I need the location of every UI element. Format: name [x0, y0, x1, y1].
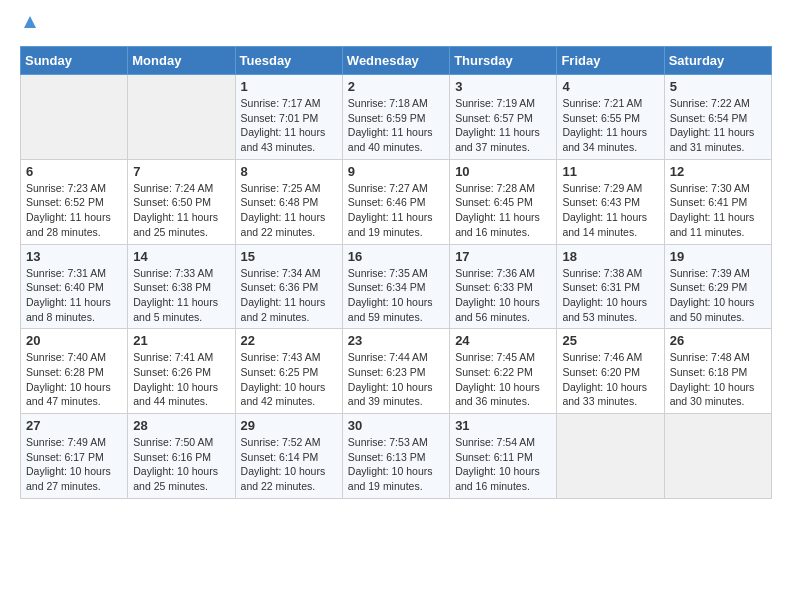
calendar-cell: 17Sunrise: 7:36 AMSunset: 6:33 PMDayligh…	[450, 244, 557, 329]
col-saturday: Saturday	[664, 47, 771, 75]
calendar-week-0: 1Sunrise: 7:17 AMSunset: 7:01 PMDaylight…	[21, 75, 772, 160]
day-number: 13	[26, 249, 122, 264]
calendar-cell: 19Sunrise: 7:39 AMSunset: 6:29 PMDayligh…	[664, 244, 771, 329]
calendar-cell: 22Sunrise: 7:43 AMSunset: 6:25 PMDayligh…	[235, 329, 342, 414]
cell-details: Sunrise: 7:34 AMSunset: 6:36 PMDaylight:…	[241, 266, 337, 325]
calendar-cell: 10Sunrise: 7:28 AMSunset: 6:45 PMDayligh…	[450, 159, 557, 244]
page: Sunday Monday Tuesday Wednesday Thursday…	[0, 0, 792, 515]
calendar-cell: 4Sunrise: 7:21 AMSunset: 6:55 PMDaylight…	[557, 75, 664, 160]
calendar-cell: 26Sunrise: 7:48 AMSunset: 6:18 PMDayligh…	[664, 329, 771, 414]
cell-details: Sunrise: 7:41 AMSunset: 6:26 PMDaylight:…	[133, 350, 229, 409]
cell-details: Sunrise: 7:48 AMSunset: 6:18 PMDaylight:…	[670, 350, 766, 409]
header	[20, 16, 772, 36]
calendar-cell: 20Sunrise: 7:40 AMSunset: 6:28 PMDayligh…	[21, 329, 128, 414]
calendar-cell: 16Sunrise: 7:35 AMSunset: 6:34 PMDayligh…	[342, 244, 449, 329]
calendar-cell: 21Sunrise: 7:41 AMSunset: 6:26 PMDayligh…	[128, 329, 235, 414]
day-number: 10	[455, 164, 551, 179]
cell-details: Sunrise: 7:18 AMSunset: 6:59 PMDaylight:…	[348, 96, 444, 155]
cell-details: Sunrise: 7:22 AMSunset: 6:54 PMDaylight:…	[670, 96, 766, 155]
day-number: 31	[455, 418, 551, 433]
svg-marker-0	[24, 16, 36, 28]
day-number: 1	[241, 79, 337, 94]
col-tuesday: Tuesday	[235, 47, 342, 75]
calendar-cell	[664, 414, 771, 499]
cell-details: Sunrise: 7:46 AMSunset: 6:20 PMDaylight:…	[562, 350, 658, 409]
calendar-cell: 25Sunrise: 7:46 AMSunset: 6:20 PMDayligh…	[557, 329, 664, 414]
cell-details: Sunrise: 7:28 AMSunset: 6:45 PMDaylight:…	[455, 181, 551, 240]
calendar-cell: 30Sunrise: 7:53 AMSunset: 6:13 PMDayligh…	[342, 414, 449, 499]
cell-details: Sunrise: 7:27 AMSunset: 6:46 PMDaylight:…	[348, 181, 444, 240]
day-number: 11	[562, 164, 658, 179]
cell-details: Sunrise: 7:52 AMSunset: 6:14 PMDaylight:…	[241, 435, 337, 494]
calendar-table: Sunday Monday Tuesday Wednesday Thursday…	[20, 46, 772, 499]
calendar-week-2: 13Sunrise: 7:31 AMSunset: 6:40 PMDayligh…	[21, 244, 772, 329]
calendar-cell: 29Sunrise: 7:52 AMSunset: 6:14 PMDayligh…	[235, 414, 342, 499]
day-number: 24	[455, 333, 551, 348]
day-number: 12	[670, 164, 766, 179]
day-number: 14	[133, 249, 229, 264]
day-number: 4	[562, 79, 658, 94]
cell-details: Sunrise: 7:36 AMSunset: 6:33 PMDaylight:…	[455, 266, 551, 325]
calendar-cell	[128, 75, 235, 160]
col-sunday: Sunday	[21, 47, 128, 75]
cell-details: Sunrise: 7:33 AMSunset: 6:38 PMDaylight:…	[133, 266, 229, 325]
day-number: 22	[241, 333, 337, 348]
cell-details: Sunrise: 7:49 AMSunset: 6:17 PMDaylight:…	[26, 435, 122, 494]
calendar-cell: 11Sunrise: 7:29 AMSunset: 6:43 PMDayligh…	[557, 159, 664, 244]
day-number: 30	[348, 418, 444, 433]
calendar-cell: 6Sunrise: 7:23 AMSunset: 6:52 PMDaylight…	[21, 159, 128, 244]
day-number: 3	[455, 79, 551, 94]
cell-details: Sunrise: 7:54 AMSunset: 6:11 PMDaylight:…	[455, 435, 551, 494]
day-number: 28	[133, 418, 229, 433]
day-number: 29	[241, 418, 337, 433]
calendar-cell: 14Sunrise: 7:33 AMSunset: 6:38 PMDayligh…	[128, 244, 235, 329]
day-number: 15	[241, 249, 337, 264]
logo-icon	[22, 14, 38, 30]
day-number: 8	[241, 164, 337, 179]
calendar-cell: 1Sunrise: 7:17 AMSunset: 7:01 PMDaylight…	[235, 75, 342, 160]
day-number: 19	[670, 249, 766, 264]
calendar-week-1: 6Sunrise: 7:23 AMSunset: 6:52 PMDaylight…	[21, 159, 772, 244]
calendar-cell: 31Sunrise: 7:54 AMSunset: 6:11 PMDayligh…	[450, 414, 557, 499]
cell-details: Sunrise: 7:38 AMSunset: 6:31 PMDaylight:…	[562, 266, 658, 325]
day-number: 2	[348, 79, 444, 94]
calendar-cell: 18Sunrise: 7:38 AMSunset: 6:31 PMDayligh…	[557, 244, 664, 329]
cell-details: Sunrise: 7:45 AMSunset: 6:22 PMDaylight:…	[455, 350, 551, 409]
day-number: 6	[26, 164, 122, 179]
day-number: 17	[455, 249, 551, 264]
day-number: 16	[348, 249, 444, 264]
day-number: 27	[26, 418, 122, 433]
calendar-cell: 23Sunrise: 7:44 AMSunset: 6:23 PMDayligh…	[342, 329, 449, 414]
day-number: 7	[133, 164, 229, 179]
calendar-cell: 3Sunrise: 7:19 AMSunset: 6:57 PMDaylight…	[450, 75, 557, 160]
calendar-cell: 5Sunrise: 7:22 AMSunset: 6:54 PMDaylight…	[664, 75, 771, 160]
calendar-cell: 2Sunrise: 7:18 AMSunset: 6:59 PMDaylight…	[342, 75, 449, 160]
calendar-cell: 12Sunrise: 7:30 AMSunset: 6:41 PMDayligh…	[664, 159, 771, 244]
calendar-cell: 27Sunrise: 7:49 AMSunset: 6:17 PMDayligh…	[21, 414, 128, 499]
calendar-cell: 24Sunrise: 7:45 AMSunset: 6:22 PMDayligh…	[450, 329, 557, 414]
calendar-cell: 15Sunrise: 7:34 AMSunset: 6:36 PMDayligh…	[235, 244, 342, 329]
logo	[20, 16, 38, 36]
cell-details: Sunrise: 7:23 AMSunset: 6:52 PMDaylight:…	[26, 181, 122, 240]
cell-details: Sunrise: 7:29 AMSunset: 6:43 PMDaylight:…	[562, 181, 658, 240]
col-thursday: Thursday	[450, 47, 557, 75]
day-number: 5	[670, 79, 766, 94]
calendar-cell: 28Sunrise: 7:50 AMSunset: 6:16 PMDayligh…	[128, 414, 235, 499]
cell-details: Sunrise: 7:17 AMSunset: 7:01 PMDaylight:…	[241, 96, 337, 155]
cell-details: Sunrise: 7:40 AMSunset: 6:28 PMDaylight:…	[26, 350, 122, 409]
cell-details: Sunrise: 7:53 AMSunset: 6:13 PMDaylight:…	[348, 435, 444, 494]
calendar-week-3: 20Sunrise: 7:40 AMSunset: 6:28 PMDayligh…	[21, 329, 772, 414]
col-wednesday: Wednesday	[342, 47, 449, 75]
cell-details: Sunrise: 7:19 AMSunset: 6:57 PMDaylight:…	[455, 96, 551, 155]
calendar-cell: 13Sunrise: 7:31 AMSunset: 6:40 PMDayligh…	[21, 244, 128, 329]
col-monday: Monday	[128, 47, 235, 75]
day-number: 9	[348, 164, 444, 179]
calendar-cell: 7Sunrise: 7:24 AMSunset: 6:50 PMDaylight…	[128, 159, 235, 244]
calendar-cell: 8Sunrise: 7:25 AMSunset: 6:48 PMDaylight…	[235, 159, 342, 244]
calendar-cell: 9Sunrise: 7:27 AMSunset: 6:46 PMDaylight…	[342, 159, 449, 244]
cell-details: Sunrise: 7:39 AMSunset: 6:29 PMDaylight:…	[670, 266, 766, 325]
cell-details: Sunrise: 7:43 AMSunset: 6:25 PMDaylight:…	[241, 350, 337, 409]
header-row: Sunday Monday Tuesday Wednesday Thursday…	[21, 47, 772, 75]
cell-details: Sunrise: 7:24 AMSunset: 6:50 PMDaylight:…	[133, 181, 229, 240]
col-friday: Friday	[557, 47, 664, 75]
